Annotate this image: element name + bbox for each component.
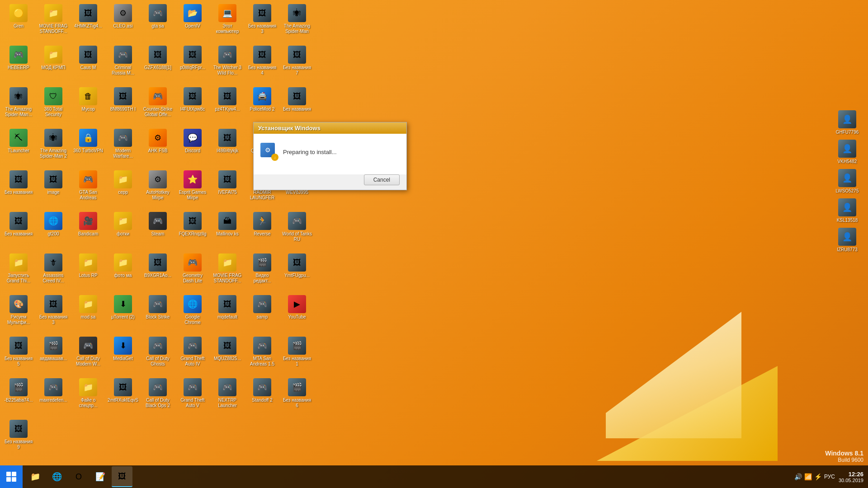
desktop-icon-43[interactable]: 🖼 IVEFAl75 bbox=[211, 169, 244, 197]
desktop-icon-16[interactable]: 🎮 The Witcher 3 Wild Flo... bbox=[211, 44, 244, 78]
desktop-icon-63[interactable]: 🖼 YmtFUgpu... bbox=[281, 252, 313, 280]
desktop-icon-34[interactable]: 🖼 I486I4tykjk bbox=[211, 127, 244, 155]
cancel-button[interactable]: Cancel bbox=[364, 174, 400, 185]
desktop-icon-40[interactable]: 📁 серр bbox=[107, 169, 139, 197]
desktop-icon-88[interactable]: 🎮 NEXTRP Launcher bbox=[211, 376, 244, 410]
desktop-icon-71[interactable]: 🎮 samp bbox=[246, 293, 278, 322]
desktop-icon-19[interactable]: 🕷 The Amazing Spider-Man... bbox=[2, 85, 35, 119]
desktop-icon-58[interactable]: 📁 фото ма bbox=[107, 252, 139, 280]
desktop-icon-76[interactable]: ⬇ MediaGet bbox=[107, 335, 139, 363]
desktop-icon-67[interactable]: ⬇ µTorrent (2) bbox=[107, 293, 139, 322]
desktop-icon-30[interactable]: 🔒 360 TurboVPN bbox=[72, 127, 104, 155]
desktop-icon-7[interactable]: 💻 Этот компьютер bbox=[211, 2, 244, 36]
desktop-icon-74[interactable]: 🎬 авдавашав... bbox=[37, 335, 70, 363]
desktop-icon-61[interactable]: 📁 MOVIE FRAG STANDOFF... bbox=[211, 252, 244, 286]
desktop-icon-24[interactable]: 🖼 I4FUtXpw8c bbox=[176, 85, 209, 114]
desktop-icon-11[interactable]: 📁 МОД КРМП bbox=[37, 44, 70, 72]
desktop-icon-91[interactable]: 🖼 Без названия 9 bbox=[2, 418, 35, 452]
desktop-icon-27[interactable]: 🖼 Без названия bbox=[281, 85, 313, 114]
taskbar-item-t1[interactable]: 📁 bbox=[25, 466, 46, 487]
desktop-icon-86[interactable]: 🎮 Call of Duty Black Ops 2 bbox=[142, 376, 174, 410]
desktop-icon-68[interactable]: 🎮 Block Strike bbox=[142, 293, 174, 322]
desktop-icon-29[interactable]: 🕷 The Amazing Spider-Man 2 bbox=[37, 127, 70, 161]
right-icon-r1[interactable]: 👤 GHFU7796 bbox=[831, 108, 863, 137]
desktop-icon-79[interactable]: 🖼 MQUZ8825... bbox=[211, 335, 244, 363]
desktop-icon-81[interactable]: 🎬 Без названия 1 bbox=[281, 335, 313, 369]
desktop-icon-69[interactable]: 🌐 Google Chrome bbox=[176, 293, 209, 327]
language-indicator[interactable]: РУС bbox=[824, 474, 835, 480]
right-icon-r2[interactable]: 👤 VKH5482 bbox=[831, 138, 863, 166]
desktop-icon-3[interactable]: 🖼 4HMKZTig4... bbox=[72, 2, 104, 31]
installer-dialog[interactable]: Установщик Windows ⚙ ↓ Preparing to inst… bbox=[253, 122, 407, 190]
desktop-icon-77[interactable]: 🎮 Call of Duty Ghosts bbox=[142, 335, 174, 369]
desktop-icon-53[interactable]: 🏃 Reverse bbox=[246, 210, 278, 239]
right-icon-r5[interactable]: 👤 IZRU8773 bbox=[831, 226, 863, 254]
taskbar-item-t2[interactable]: 🌐 bbox=[47, 466, 67, 487]
desktop-icon-18[interactable]: 🖼 Без названия 7 bbox=[281, 44, 313, 78]
start-button[interactable] bbox=[0, 465, 23, 488]
right-icon-r4[interactable]: 👤 KSL13518 bbox=[831, 197, 863, 225]
right-icon-r3[interactable]: 👤 LWSO5275 bbox=[831, 167, 863, 196]
desktop-icon-59[interactable]: 🖼 B9XGR1Ao... bbox=[142, 252, 174, 280]
desktop-icon-62[interactable]: 🎬 Видео редакт... bbox=[246, 252, 278, 286]
desktop-icon-8[interactable]: 🖼 Без названия 3 bbox=[246, 2, 278, 36]
desktop-icon-56[interactable]: 🗡 Assassins Creed IV... bbox=[37, 252, 70, 286]
desktop-icon-14[interactable]: 🖼 GZFX6188[1] bbox=[142, 44, 174, 72]
desktop-icon-72[interactable]: ▶ YouTube bbox=[281, 293, 313, 322]
desktop-icon-12[interactable]: 🖼 Caus M bbox=[72, 44, 104, 72]
desktop-icon-22[interactable]: 🖼 8Nf8690TH I bbox=[107, 85, 139, 114]
desktop-icon-78[interactable]: 🎮 Grand Theft Auto IV bbox=[176, 335, 209, 369]
desktop-icon-70[interactable]: 🖼 mqdefault bbox=[211, 293, 244, 322]
desktop-icon-2[interactable]: 📁 MOVIE FRAG STANDOFF... bbox=[37, 2, 70, 36]
desktop-icon-85[interactable]: 🖼 2mtRXukIEqvS bbox=[107, 376, 139, 405]
desktop-icon-21[interactable]: 🗑 Мусор bbox=[72, 85, 104, 114]
desktop-icon-89[interactable]: 🎮 Standoff 2 bbox=[246, 376, 278, 405]
desktop-icon-87[interactable]: 🎮 Grand Theft Auto V bbox=[176, 376, 209, 410]
desktop-icon-49[interactable]: 📁 фотки bbox=[107, 210, 139, 239]
desktop-icon-33[interactable]: 💬 Discord bbox=[176, 127, 209, 155]
desktop-icon-82[interactable]: 🎬 -B225aba74... bbox=[2, 376, 35, 405]
desktop-icon-83[interactable]: 🎮 maxredefen... bbox=[37, 376, 70, 405]
desktop-icon-5[interactable]: 🎮 gta sa bbox=[142, 2, 174, 31]
desktop-icon-80[interactable]: 🎮 MTA San Andreas 1.5 bbox=[246, 335, 278, 369]
desktop-icon-64[interactable]: 🎨 Рисуем Мультфи... bbox=[2, 293, 35, 327]
desktop-icon-28[interactable]: ⛏ TLauncher bbox=[2, 127, 35, 155]
desktop-icon-52[interactable]: 🏔 Mallinov ks bbox=[211, 210, 244, 239]
desktop-icon-54[interactable]: 🎮 World of Tanks RU bbox=[281, 210, 313, 244]
desktop-icon-73[interactable]: 🖼 Без названия 5 bbox=[2, 335, 35, 369]
taskbar-item-t4[interactable]: 📝 bbox=[90, 466, 111, 487]
taskbar-item-t3[interactable]: O bbox=[68, 466, 89, 487]
desktop-icon-17[interactable]: 🖼 Без названия 4 bbox=[246, 44, 278, 78]
desktop-icon-1[interactable]: 🟡 Gren bbox=[2, 2, 35, 31]
desktop-icon-47[interactable]: 🌐 gt200 bbox=[37, 210, 70, 239]
desktop-icon-66[interactable]: 📁 mod sa bbox=[72, 293, 104, 322]
desktop-icon-46[interactable]: 🖼 Без названия bbox=[2, 210, 35, 239]
desktop-icon-84[interactable]: 📁 Файе о спецпр... bbox=[72, 376, 104, 410]
desktop-icon-48[interactable]: 🎥 Bandicam bbox=[72, 210, 104, 239]
desktop-icon-51[interactable]: 🖼 FQEXRnqzlIg bbox=[176, 210, 209, 239]
desktop-icon-41[interactable]: ⚙ AutoHotkey Mirpe bbox=[142, 169, 174, 202]
desktop-icon-50[interactable]: 🎮 Steam bbox=[142, 210, 174, 239]
desktop-icon-39[interactable]: 🎮 GTA San Andreas bbox=[72, 169, 104, 202]
clock[interactable]: 12:26 30.05.2019 bbox=[839, 471, 863, 483]
desktop-icon-13[interactable]: 🎮 Criminal Russia M... bbox=[107, 44, 139, 78]
desktop-icon-60[interactable]: 🎮 Geometry Dash Lite bbox=[176, 252, 209, 286]
desktop-icon-75[interactable]: 🎮 Call of Duty Modern W... bbox=[72, 335, 104, 369]
desktop-icon-26[interactable]: 🚔 PoliceMod 2 bbox=[246, 85, 278, 114]
desktop-icon-15[interactable]: 🖼 p0WqRFpr... bbox=[176, 44, 209, 72]
desktop-icon-65[interactable]: 🖼 Без названия 3 bbox=[37, 293, 70, 327]
desktop-icon-4[interactable]: ⚙ CLEO.asi bbox=[107, 2, 139, 31]
desktop-icon-6[interactable]: 📂 OpenIV bbox=[176, 2, 209, 31]
desktop-icon-37[interactable]: 🖼 Без названия bbox=[2, 169, 35, 197]
desktop-icon-42[interactable]: ⭐ Esprit Games Mirpe bbox=[176, 169, 209, 202]
desktop-icon-32[interactable]: ⚙ AHK FSB bbox=[142, 127, 174, 155]
desktop-icon-20[interactable]: 🛡 360 Total Security bbox=[37, 85, 70, 119]
desktop-icon-90[interactable]: 🎬 Без названия 6 bbox=[281, 376, 313, 410]
desktop-icon-9[interactable]: 🕷 The Amazing Spider-Man bbox=[281, 2, 313, 36]
desktop-icon-38[interactable]: 🖼 image bbox=[37, 169, 70, 197]
desktop-icon-10[interactable]: 🎮 НЕВEERP bbox=[2, 44, 35, 72]
taskbar-item-t5[interactable]: 🖼 bbox=[112, 466, 132, 487]
desktop-icon-55[interactable]: 📁 Запустить Grand Thi... bbox=[2, 252, 35, 286]
desktop-icon-23[interactable]: 🎮 Counter-Strike Global Offe... bbox=[142, 85, 174, 119]
desktop-icon-31[interactable]: 🎮 Modern Warfare... bbox=[107, 127, 139, 161]
